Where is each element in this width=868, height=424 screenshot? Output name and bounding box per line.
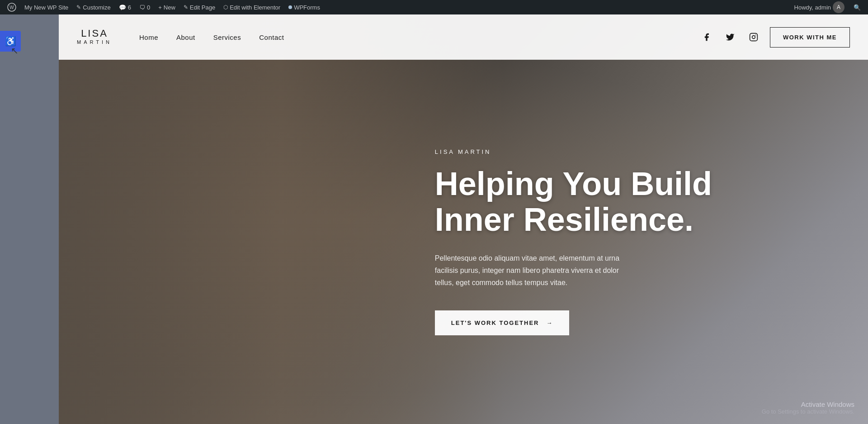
hero-content: LISA MARTIN Helping You Build Inner Resi… xyxy=(399,60,868,424)
plus-icon: + xyxy=(158,4,162,11)
accessibility-button[interactable]: ♿ xyxy=(0,31,21,52)
search-admin-item[interactable]: 🔍 xyxy=(850,0,864,14)
customize-label: Customize xyxy=(83,4,110,11)
user-avatar: A xyxy=(833,1,844,13)
wpforms-dot xyxy=(288,5,292,9)
nav-home[interactable]: Home xyxy=(139,33,158,41)
comments-icon: 💬 xyxy=(119,4,126,11)
instagram-icon[interactable] xyxy=(746,30,761,44)
messages-count: 0 xyxy=(147,4,150,11)
left-panel xyxy=(0,0,59,424)
howdy-item[interactable]: Howdy, admin A xyxy=(791,0,848,14)
site-name-label: My New WP Site xyxy=(24,4,68,11)
messages-icon: 🗨 xyxy=(139,4,145,11)
elementor-icon: ⬡ xyxy=(223,4,228,10)
svg-point-4 xyxy=(755,35,756,36)
customize-icon: ✎ xyxy=(76,4,81,10)
svg-text:W: W xyxy=(9,5,14,10)
nav-right: WORK WITH ME xyxy=(699,27,850,48)
nav-links: Home About Services Contact xyxy=(139,33,284,41)
comments-item[interactable]: 💬 6 xyxy=(115,0,135,14)
nav-about[interactable]: About xyxy=(176,33,195,41)
admin-bar: W My New WP Site ✎ Customize 💬 6 🗨 0 + N… xyxy=(0,0,868,14)
facebook-icon[interactable] xyxy=(699,30,714,44)
howdy-label: Howdy, admin xyxy=(794,4,831,11)
hero-name: LISA MARTIN xyxy=(435,148,832,155)
site-name-item[interactable]: My New WP Site xyxy=(21,0,72,14)
lets-work-together-button[interactable]: LET'S WORK TOGETHER → xyxy=(435,310,570,335)
comments-count: 6 xyxy=(128,4,131,11)
nav-contact[interactable]: Contact xyxy=(259,33,284,41)
logo-name: LISA xyxy=(81,29,108,38)
hero-headline-line1: Helping You Build xyxy=(435,166,712,202)
edit-page-item[interactable]: ✎ Edit Page xyxy=(180,0,219,14)
hero-headline-line2: Inner Resilience. xyxy=(435,201,693,238)
messages-item[interactable]: 🗨 0 xyxy=(136,0,154,14)
wpforms-label: WPForms xyxy=(294,4,320,11)
wpforms-item[interactable]: WPForms xyxy=(285,0,324,14)
hero-description: Pellentesque odio aliquam vitae amet, el… xyxy=(435,252,625,289)
customize-item[interactable]: ✎ Customize xyxy=(73,0,114,14)
lets-work-label: LET'S WORK TOGETHER xyxy=(451,319,539,326)
work-with-me-button[interactable]: WORK WITH ME xyxy=(770,27,850,48)
twitter-icon[interactable] xyxy=(723,30,737,44)
site-wrapper: LISA MARTIN Home About Services Contact xyxy=(59,14,868,424)
elementor-item[interactable]: ⬡ Edit with Elementor xyxy=(220,0,284,14)
nav-services[interactable]: Services xyxy=(213,33,241,41)
elementor-label: Edit with Elementor xyxy=(230,4,280,11)
site-logo[interactable]: LISA MARTIN xyxy=(77,29,112,46)
edit-page-icon: ✎ xyxy=(184,4,188,10)
hero-section: LISA MARTIN Home About Services Contact xyxy=(59,14,868,424)
new-label: New xyxy=(164,4,175,11)
svg-rect-2 xyxy=(750,33,758,41)
main-navbar: LISA MARTIN Home About Services Contact xyxy=(59,14,868,60)
arrow-icon: → xyxy=(546,319,553,326)
hero-headline: Helping You Build Inner Resilience. xyxy=(435,166,832,238)
logo-surname: MARTIN xyxy=(77,38,112,46)
svg-point-3 xyxy=(752,36,755,39)
edit-page-label: Edit Page xyxy=(190,4,215,11)
accessibility-icon: ♿ xyxy=(5,36,16,47)
admin-bar-right: Howdy, admin A 🔍 xyxy=(791,0,864,14)
new-item[interactable]: + New xyxy=(155,0,179,14)
search-admin-icon: 🔍 xyxy=(854,4,861,11)
wp-logo-item[interactable]: W xyxy=(4,0,20,14)
